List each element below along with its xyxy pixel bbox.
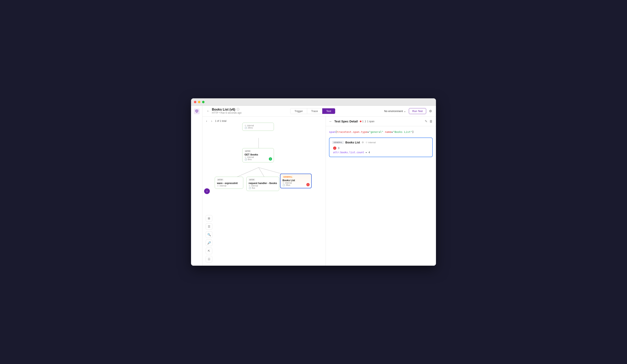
right-panel: ← Test Spec Detail 1 ⚳ 1 span ✎ 🗑: [326, 116, 436, 266]
hierarchy-button[interactable]: ☷: [206, 256, 212, 262]
books-list-title: Books List: [282, 179, 309, 182]
app-window: ← Books List (v6) ⓘ HTTP • Ran 6 seconds…: [191, 98, 436, 266]
badge-count: 1: [362, 120, 364, 123]
trigger-duration: 🕐 26ms: [245, 127, 272, 129]
selector-code: span[tracetest.span.type="general" name=…: [329, 130, 433, 133]
zoom-out-icon: 🔎: [207, 241, 211, 244]
titlebar: [191, 98, 436, 106]
expand-sidebar-button[interactable]: ›: [204, 188, 210, 194]
topbar-right: No environment ⌄ Run Test ⚙: [384, 108, 432, 114]
panel-title: Test Spec Detail: [334, 120, 358, 123]
app-container: ← Books List (v6) ⓘ HTTP • Ran 6 seconds…: [191, 106, 436, 266]
internal-icon: ☉: [366, 141, 367, 144]
trace-panel: ‹ › 1 of 1 total ›: [203, 116, 326, 266]
span-node-middleware[interactable]: HTTP ware - expressInit ☉internal: [215, 177, 243, 189]
tab-trace[interactable]: Trace: [307, 108, 322, 114]
nav-next-button[interactable]: ›: [210, 119, 213, 123]
fail-icon: −: [333, 147, 336, 150]
panel-header: ← Test Spec Detail 1 ⚳ 1 span ✎ 🗑: [326, 116, 436, 126]
panel-badge: 1 ⚳ 1 span: [360, 120, 374, 123]
trace-toolbar: ⊞ ☰ 🔍 🔎 ⇱: [206, 215, 212, 262]
diagram-icon: ⊞: [208, 217, 210, 220]
delete-button[interactable]: 🗑: [429, 119, 433, 123]
node-graph: ‹ › 1 of 1 total ›: [203, 116, 325, 266]
info-icon[interactable]: ⓘ: [237, 108, 239, 111]
body-area: ‹ › 1 of 1 total ›: [203, 116, 436, 266]
close-button[interactable]: [194, 101, 196, 103]
internal-badge: ☉ internal: [366, 141, 376, 144]
span-icon: ⚳: [364, 120, 366, 123]
back-button[interactable]: ←: [207, 109, 210, 113]
zoom-out-button[interactable]: 🔎: [206, 240, 212, 246]
span-node-request-handler[interactable]: HTTP request handler - /books ☉internal …: [246, 177, 279, 191]
run-test-button[interactable]: Run Test: [409, 108, 426, 114]
assertion-code: attr:books.list.count = 4: [333, 151, 429, 154]
logo: [194, 108, 200, 115]
topbar-left: ← Books List (v6) ⓘ HTTP • Ran 6 seconds…: [207, 108, 241, 114]
trigger-meta: ☉ internal: [245, 124, 272, 127]
svg-line-4: [259, 167, 265, 178]
env-selector[interactable]: No environment ⌄: [384, 109, 406, 113]
graph-label: 1 of 1 total: [215, 120, 226, 122]
minimize-button[interactable]: [198, 101, 201, 103]
nav-prev-button[interactable]: ‹: [205, 119, 209, 123]
span-node-trigger[interactable]: ☉ internal 🕐 26ms: [242, 123, 274, 131]
hierarchy-icon: ☷: [208, 258, 210, 261]
list-view-button[interactable]: ☰: [206, 223, 212, 230]
tab-trigger[interactable]: Trigger: [290, 108, 307, 114]
diagram-view-button[interactable]: ⊞: [206, 215, 212, 222]
tab-bar: Trigger Trace Test: [290, 108, 335, 114]
panel-back-button[interactable]: ←: [329, 120, 332, 123]
svg-line-3: [235, 167, 259, 178]
general-tag: GENERAL: [332, 141, 344, 144]
fail-dot: [360, 121, 362, 122]
settings-icon[interactable]: ⚙: [429, 109, 432, 113]
test-spec-header: GENERAL Books List ⚙ ☉ internal: [332, 141, 429, 144]
list-icon: ☰: [208, 225, 210, 228]
maximize-button[interactable]: [202, 101, 205, 103]
test-spec-card: GENERAL Books List ⚙ ☉ internal: [329, 138, 433, 157]
assertion-row: − 3: [333, 147, 429, 150]
test-badge-books-list: 1: [306, 183, 310, 186]
panel-body: span[tracetest.span.type="general" name=…: [326, 126, 436, 266]
middleware-title: ware - expressInit: [217, 182, 241, 185]
selector-kw: span: [329, 130, 335, 133]
get-books-title: GET /books: [245, 153, 272, 156]
assertion-count: 3: [338, 147, 339, 150]
graph-controls: ‹ › 1 of 1 total: [205, 119, 226, 123]
fit-view-button[interactable]: ⇱: [206, 248, 212, 254]
logo-icon: [194, 108, 200, 114]
span-count: 1 span: [367, 120, 374, 123]
span-node-get-books[interactable]: HTTP GET /books ☉internal 🕐8ms 1: [242, 148, 274, 162]
test-assertion: − 3 attr:books.list.count = 4: [333, 147, 429, 154]
edit-button[interactable]: ✎: [425, 119, 427, 123]
env-label: No environment: [384, 109, 403, 113]
card-title: Books List: [345, 141, 360, 144]
page-title: Books List (v6): [212, 108, 235, 111]
page-subtitle: HTTP • Ran 6 seconds ago: [212, 111, 241, 114]
sidebar: [191, 106, 203, 266]
test-badge-get-books: 1: [269, 157, 272, 160]
tab-test[interactable]: Test: [322, 108, 335, 114]
http-badge: HTTP: [245, 150, 251, 153]
zoom-in-icon: 🔍: [207, 233, 211, 236]
connector-svg: [203, 116, 325, 266]
topbar: ← Books List (v6) ⓘ HTTP • Ran 6 seconds…: [203, 106, 436, 116]
settings-small-icon: ⚙: [362, 141, 364, 144]
fit-icon: ⇱: [208, 249, 210, 253]
page-info: Books List (v6) ⓘ HTTP • Ran 6 seconds a…: [212, 108, 241, 114]
general-badge: GENERAL: [282, 176, 293, 178]
request-handler-title: request handler - /books: [249, 182, 277, 185]
chevron-down-icon: ⌄: [404, 109, 406, 113]
zoom-in-button[interactable]: 🔍: [206, 231, 212, 238]
span-node-books-list[interactable]: GENERAL Books List ☉internal 🕐39us 1: [280, 174, 312, 188]
main-content: ← Books List (v6) ⓘ HTTP • Ran 6 seconds…: [203, 106, 436, 266]
